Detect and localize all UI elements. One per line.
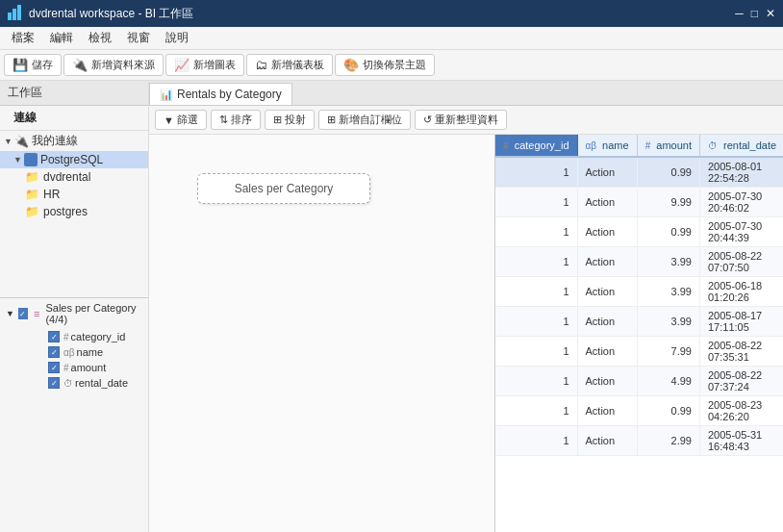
- cell-name: Action: [577, 426, 637, 456]
- dashboard-icon: 🗂: [255, 58, 267, 72]
- table-row: 1Action3.992005-08-17 17:11:05: [495, 307, 783, 337]
- add-custom-field-button[interactable]: ⊞ 新增自訂欄位: [318, 110, 411, 130]
- cell-name: Action: [577, 367, 637, 396]
- fields-panel-title: ▼ ✓ ≡ Sales per Category (4/4): [6, 302, 142, 325]
- save-button[interactable]: 💾 儲存: [4, 54, 62, 76]
- left-canvas-panel: Sales per Category: [149, 135, 495, 532]
- cell-amount: 3.99: [637, 307, 699, 337]
- new-datasource-button[interactable]: 🔌 新增資料來源: [63, 54, 164, 76]
- chart-icon: 📈: [174, 58, 189, 72]
- cell-name: Action: [577, 396, 637, 426]
- cell-category-id: 1: [495, 188, 577, 217]
- cell-rental-date: 2005-07-30 20:46:02: [699, 188, 783, 217]
- cell-rental-date: 2005-07-30 20:44:39: [699, 217, 783, 247]
- table-row: 1Action0.992005-07-30 20:44:39: [495, 217, 783, 247]
- expand-arrow-postgresql: ▼: [13, 155, 22, 165]
- table-scroll-area[interactable]: # category_id αβ name # amount: [495, 135, 783, 532]
- table-row: 1Action7.992005-08-22 07:35:31: [495, 337, 783, 367]
- cell-name: Action: [577, 307, 637, 337]
- field-label-name: name: [77, 346, 104, 358]
- sidebar-item-postgres[interactable]: 📁 postgres: [0, 203, 148, 220]
- menu-edit[interactable]: 編輯: [42, 28, 81, 48]
- cell-amount: 3.99: [637, 247, 699, 277]
- field-label-amount: amount: [71, 362, 107, 373]
- table-row: 1Action3.992005-08-22 07:07:50: [495, 247, 783, 277]
- field-checkbox-amount[interactable]: ✓: [48, 362, 60, 373]
- theme-icon: 🎨: [343, 58, 359, 72]
- sidebar: 工作區 連線 ▼ 🔌 我的連線 ▼ PostgreSQL 📁 dvdrental: [0, 81, 149, 532]
- cell-category-id: 1: [495, 426, 577, 456]
- col-label-amount: amount: [656, 139, 692, 151]
- cell-rental-date: 2005-08-22 07:35:31: [699, 337, 783, 367]
- datasource-icon: 🔌: [72, 58, 88, 72]
- add-custom-icon: ⊞: [327, 114, 336, 126]
- field-checkbox-name[interactable]: ✓: [48, 346, 60, 358]
- filter-button[interactable]: ▼ 篩選: [155, 110, 207, 130]
- save-icon: 💾: [13, 58, 28, 72]
- project-label: 投射: [285, 113, 306, 127]
- sidebar-item-myconnections[interactable]: ▼ 🔌 我的連線: [0, 131, 148, 151]
- hash-icon-category-id: #: [63, 332, 69, 342]
- cell-name: Action: [577, 217, 637, 247]
- postgresql-label: PostgreSQL: [40, 153, 103, 166]
- tab-rentals-by-category[interactable]: 📊 Rentals by Category: [149, 83, 292, 105]
- cell-name: Action: [577, 188, 637, 217]
- refresh-button[interactable]: ↺ 重新整理資料: [415, 110, 507, 130]
- project-icon: ⊞: [273, 114, 282, 126]
- postgresql-icon: [24, 153, 38, 166]
- cell-rental-date: 2005-08-23 04:26:20: [699, 396, 783, 426]
- new-chart-button[interactable]: 📈 新增圖表: [165, 54, 244, 76]
- sidebar-item-postgresql[interactable]: ▼ PostgreSQL: [0, 151, 148, 168]
- cell-name: Action: [577, 247, 637, 277]
- menu-view[interactable]: 檢視: [81, 28, 119, 48]
- abc-icon-col-name: αβ: [586, 140, 597, 151]
- col-header-name: αβ name: [577, 135, 637, 157]
- data-table: # category_id αβ name # amount: [495, 135, 783, 456]
- field-node-checkbox[interactable]: ✓: [18, 308, 28, 319]
- query-toolbar: ▼ 篩選 ⇅ 排序 ⊞ 投射 ⊞ 新增自訂欄位 ↺ 重新整理資料: [149, 106, 783, 135]
- dvdrental-label: dvdrental: [43, 170, 90, 184]
- field-item-amount: ✓ # amount: [6, 360, 142, 375]
- filter-label: 篩選: [177, 113, 198, 127]
- query-node[interactable]: Sales per Category: [197, 173, 370, 204]
- cell-amount: 0.99: [637, 157, 699, 188]
- sort-button[interactable]: ⇅ 排序: [211, 110, 261, 130]
- switch-theme-button[interactable]: 🎨 切換佈景主題: [335, 54, 435, 76]
- field-label-rental-date: rental_date: [75, 377, 128, 389]
- clock-icon-rental-date: ⏱: [63, 378, 73, 389]
- sidebar-item-hr[interactable]: 📁 HR: [0, 186, 148, 203]
- menu-help[interactable]: 說明: [158, 28, 196, 48]
- col-header-category-id: # category_id: [495, 135, 577, 157]
- svg-rect-1: [13, 9, 16, 20]
- menu-window[interactable]: 視窗: [119, 28, 158, 48]
- hash-icon-col-amount: #: [645, 140, 651, 151]
- col-label-name: name: [602, 139, 629, 151]
- project-button[interactable]: ⊞ 投射: [265, 110, 315, 130]
- refresh-label: 重新整理資料: [435, 113, 498, 127]
- cell-rental-date: 2005-08-22 07:07:50: [699, 247, 783, 277]
- postgres-label: postgres: [43, 205, 88, 218]
- sidebar-workspace-label: 工作區: [8, 85, 42, 101]
- expand-arrow-myconnections: ▼: [4, 137, 13, 146]
- table-body: 1Action0.992005-08-01 22:54:281Action9.9…: [495, 157, 783, 456]
- menubar: 檔案 編輯 檢視 視窗 說明: [0, 27, 783, 50]
- field-checkbox-category-id[interactable]: ✓: [48, 331, 60, 342]
- sidebar-item-dvdrental[interactable]: 📁 dvdrental: [0, 168, 148, 186]
- col-header-rental-date: ⏱ rental_date: [699, 135, 783, 157]
- sort-icon: ⇅: [219, 114, 228, 126]
- field-checkbox-rental-date[interactable]: ✓: [48, 377, 60, 389]
- content-area: 📊 Rentals by Category ▼ 篩選 ⇅ 排序 ⊞ 投射 ⊞ 新…: [149, 81, 783, 532]
- my-connections-label: 我的連線: [32, 133, 78, 149]
- sidebar-header: 工作區: [0, 81, 148, 106]
- hr-label: HR: [43, 188, 60, 201]
- cell-rental-date: 2005-08-01 22:54:28: [699, 157, 783, 188]
- new-dashboard-button[interactable]: 🗂 新增儀表板: [246, 54, 333, 76]
- menu-file[interactable]: 檔案: [4, 28, 42, 48]
- cell-amount: 0.99: [637, 217, 699, 247]
- table-row: 1Action0.992005-08-23 04:26:20: [495, 396, 783, 426]
- hash-icon-col-category-id: #: [503, 140, 509, 151]
- cell-category-id: 1: [495, 157, 577, 188]
- cell-category-id: 1: [495, 367, 577, 396]
- field-label-category-id: category_id: [71, 331, 126, 342]
- col-header-amount: # amount: [637, 135, 699, 157]
